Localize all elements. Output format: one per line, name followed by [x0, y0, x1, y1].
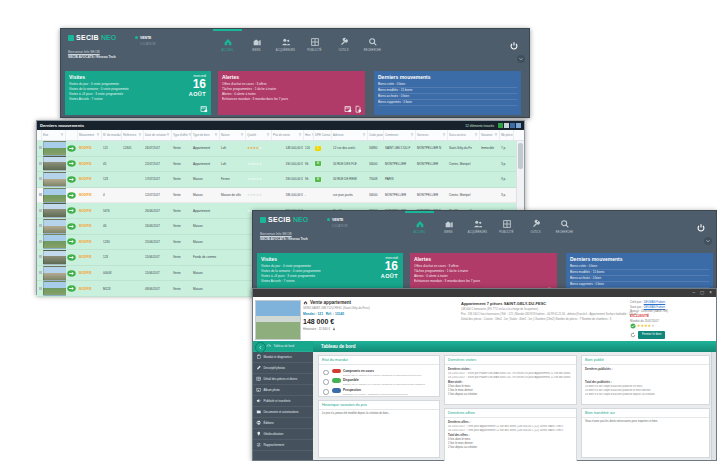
column-header[interactable]: Hon. — [304, 130, 314, 140]
column-header[interactable]: Adresse — [332, 130, 368, 140]
offre-cell: Vente — [172, 224, 192, 228]
date-block: mercredi16AOÛT — [189, 74, 206, 97]
sous-secteur-cell: Centre, Montpel — [448, 193, 480, 197]
radio-icon[interactable] — [323, 379, 329, 385]
nav-biens[interactable]: BIENS — [434, 211, 463, 238]
nav-accueil[interactable]: ACCUEIL — [405, 211, 434, 238]
filter-funnel-icon[interactable] — [166, 133, 170, 137]
column-header[interactable]: N° de mandat — [102, 130, 122, 140]
nav-biens[interactable]: BIENS — [242, 29, 271, 56]
column-header[interactable]: Sous-secteur — [448, 130, 480, 140]
nav-recherche[interactable]: RECHERCHE — [550, 211, 579, 238]
column-header[interactable]: Situation — [480, 130, 500, 140]
vente-location-toggle[interactable]: VENTELOCATION — [135, 36, 156, 46]
filter-funnel-icon[interactable] — [474, 133, 478, 137]
filter-funnel-icon[interactable] — [60, 133, 64, 137]
created-by-link[interactable]: DELMAS Fabien — [644, 300, 666, 304]
offre-cell: Vente — [172, 209, 192, 213]
sidebar-editions[interactable]: Éditions — [253, 418, 313, 429]
table-row[interactable]: MODIFIÉ1211234526/07/2017VenteAppartemen… — [37, 141, 524, 157]
filter-funnel-icon[interactable] — [266, 133, 270, 137]
column-header[interactable]: Qualité — [246, 130, 272, 140]
sidebar-mandatetdiagnostics[interactable]: Mandat et diagnostics — [253, 352, 313, 363]
maximize-button[interactable]: ▢ — [700, 291, 704, 296]
back-button[interactable] — [255, 342, 266, 353]
column-header[interactable]: Nb pièces — [500, 130, 514, 140]
table-row[interactable]: MODIFIÉ4522/07/2017VenteAppartementLoft★… — [37, 157, 524, 173]
sidebar-albumphoto[interactable]: Album photo — [253, 385, 313, 396]
filter-funnel-icon[interactable] — [138, 133, 142, 137]
close-button[interactable]: × — [709, 291, 712, 296]
radio-icon[interactable] — [323, 370, 329, 376]
column-header[interactable]: Code postal — [368, 130, 384, 140]
column-header[interactable]: Type d'offre — [172, 130, 192, 140]
visites-calendar-button[interactable] — [200, 105, 208, 113]
visit-event: Le 25/07/2017 : Visite par Fabien DELMAS… — [448, 376, 573, 380]
column-header[interactable]: Prix de vente — [272, 130, 304, 140]
column-header[interactable]: Etat — [42, 130, 66, 140]
vente-location-toggle[interactable]: VENTELOCATION — [327, 218, 348, 228]
settings-button[interactable] — [510, 123, 515, 128]
column-header[interactable]: Commune — [384, 130, 416, 140]
column-header[interactable]: Nature — [220, 130, 246, 140]
offre-cell: Vente — [172, 193, 192, 197]
nav-acquereurs[interactable]: ACQUÉREURS — [463, 211, 492, 238]
mandat-state-option[interactable]: ProspectionDiffusable au réseau : transf… — [322, 388, 436, 396]
sidebar-detaildespiecesetdivers[interactable]: Détail des pièces et divers — [253, 374, 313, 385]
nav-outils[interactable]: OUTILS — [329, 29, 358, 56]
sidebar-rapprochement[interactable]: Rapprochement — [253, 440, 313, 451]
content-scrollbar[interactable] — [711, 352, 716, 460]
grid-icon — [492, 219, 521, 230]
collapse-button[interactable] — [704, 237, 712, 245]
column-header[interactable]: Mouvement — [78, 130, 102, 140]
mandat-state-option[interactable]: DisponibleDiffusé par le cabinet et le r… — [322, 378, 436, 386]
radio-icon[interactable] — [323, 389, 329, 395]
dernieres-visites-panel: Dernières visitesDernières visites :Le 2… — [444, 355, 577, 405]
date-cell: 25/06/2017 — [144, 240, 172, 244]
offre-cell: Vente — [172, 271, 192, 275]
filter-funnel-icon[interactable] — [96, 133, 100, 137]
filter-funnel-icon[interactable] — [240, 133, 244, 137]
nav-recherche[interactable]: RECHERCHE — [358, 29, 387, 56]
filter-funnel-icon[interactable] — [442, 133, 446, 137]
close-table-button[interactable] — [516, 123, 521, 128]
table-row[interactable]: MODIFIÉ12317/07/2017VenteMaisonFerme★★★★… — [37, 172, 524, 188]
filter-funnel-icon[interactable] — [214, 133, 218, 137]
nav-outils[interactable]: OUTILS — [521, 211, 550, 238]
excel-export-button[interactable] — [498, 123, 503, 128]
followed-by-link[interactable]: DELMAS Fabien — [644, 305, 666, 309]
filter-funnel-icon[interactable] — [494, 133, 498, 137]
sidebar-descriptifphotos[interactable]: Descriptif photos — [253, 363, 313, 374]
sidebar-publiciteettransferts[interactable]: Publicité et transferts — [253, 396, 313, 407]
nav-accueil[interactable]: ACCUEIL — [213, 29, 242, 56]
mouvement-cell: MODIFIÉ — [78, 162, 102, 166]
column-header[interactable]: DPE Conso En — [314, 130, 332, 140]
nav-publicite[interactable]: PUBLICITÉ — [300, 29, 329, 56]
alertes-actions[interactable] — [344, 105, 362, 113]
close-property-button[interactable]: Fermer le bien — [638, 331, 665, 339]
quality-stars: ★★★★★ — [247, 146, 262, 150]
logout-button[interactable] — [696, 218, 706, 236]
mandat-state-option[interactable]: Compromis en coursDiffusé par le cabinet… — [322, 369, 436, 377]
filter-funnel-icon[interactable] — [410, 133, 414, 137]
column-header[interactable]: Date de création — [144, 130, 172, 140]
property-stars[interactable]: ★★★★★ — [637, 323, 655, 328]
column-header[interactable]: Secteurs — [416, 130, 448, 140]
sidebar-documentsetautorisations[interactable]: Documents et autorisations — [253, 407, 313, 418]
column-header[interactable]: Référence — [122, 130, 144, 140]
table-row[interactable]: MODIFIÉ412/07/2017VenteMaisonMaison de v… — [37, 188, 524, 204]
dashboard-topbar: SECIBNEOVENTELOCATIONBienvenue Info SECI… — [61, 29, 529, 69]
scrollbar-thumb[interactable] — [518, 143, 523, 169]
minimize-button[interactable]: – — [693, 291, 696, 296]
visites-line: Visites Actuels : 7 visites — [69, 97, 171, 102]
logout-button[interactable] — [509, 36, 519, 54]
column-header[interactable]: Type de bien — [192, 130, 220, 140]
print-export-button[interactable] — [504, 123, 509, 128]
nav-publicite[interactable]: PUBLICITÉ — [492, 211, 521, 238]
nav-acquereurs[interactable]: ACQUÉREURS — [271, 29, 300, 56]
sidebar-geolocalisation[interactable]: Géolocalisation — [253, 429, 313, 440]
column-header[interactable] — [66, 130, 78, 140]
filter-funnel-icon[interactable] — [362, 133, 366, 137]
filter-funnel-icon[interactable] — [298, 133, 302, 137]
collapse-button[interactable] — [517, 55, 525, 63]
